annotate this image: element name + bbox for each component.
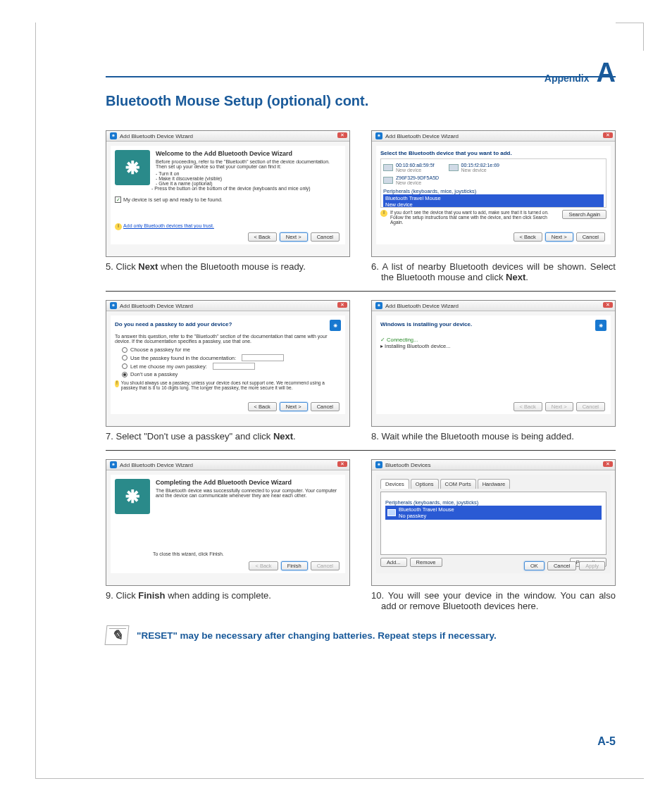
note-icon: ✎ xyxy=(105,625,130,645)
bluetooth-icon: ⁕ xyxy=(110,461,117,468)
progress-installing: ▸ Installing Bluetooth device... xyxy=(380,343,606,349)
cancel-button[interactable]: Cancel xyxy=(576,232,605,242)
separator xyxy=(106,291,616,292)
close-icon[interactable]: ✕ xyxy=(603,302,613,308)
trust-link[interactable]: Add only Bluetooth devices that you trus… xyxy=(123,223,214,228)
radio-use-documentation[interactable]: Use the passkey found in the documentati… xyxy=(122,354,341,361)
caption-bold: Next xyxy=(506,272,525,282)
device-name: 00:10:60:a8:59:5f xyxy=(396,163,435,168)
search-again-button[interactable]: Search Again xyxy=(562,210,606,219)
passkey-input[interactable] xyxy=(242,354,284,361)
computer-icon xyxy=(383,164,393,171)
step-8: ⁕ Add Bluetooth Device Wizard ✕ Windows … xyxy=(371,300,616,442)
device-item[interactable]: 00:10:60:a8:59:5fNew device xyxy=(383,163,435,173)
back-button[interactable]: < Back xyxy=(248,232,277,242)
caption-9: 9. Click Finish when adding is complete. xyxy=(106,590,350,601)
back-button[interactable]: < Back xyxy=(514,232,542,242)
tab-options[interactable]: Options xyxy=(411,479,439,489)
bluetooth-icon: ⁕ xyxy=(595,320,606,331)
device-group-header: Peripherals (keyboards, mice, joysticks) xyxy=(385,499,602,506)
next-button[interactable]: Next > xyxy=(545,232,573,242)
page-corner xyxy=(616,23,644,51)
caption-text: . xyxy=(525,272,528,282)
dialog-title-text: Add Bluetooth Device Wizard xyxy=(385,133,459,139)
device-name: Bluetooth Travel Mouse xyxy=(385,195,441,201)
caption-text: Select "Don't use a passkey" and click xyxy=(116,431,273,442)
step-9: ⁕ Add Bluetooth Device Wizard ✕ ⁕ Comple… xyxy=(106,459,350,611)
caption-number: 10. xyxy=(371,590,384,601)
caption-number: 9. xyxy=(106,590,113,601)
dialog-titlebar: ⁕ Bluetooth Devices ✕ xyxy=(372,460,615,470)
caption-bold: Finish xyxy=(138,590,165,601)
cancel-button[interactable]: Cancel xyxy=(311,402,340,411)
radio-choose-for-me[interactable]: Choose a passkey for me xyxy=(122,346,341,353)
bluetooth-logo: ⁕ xyxy=(115,479,150,514)
ready-checkbox[interactable]: ✓ xyxy=(115,196,121,203)
step-10: ⁕ Bluetooth Devices ✕ Devices Options CO… xyxy=(371,459,616,611)
page-content: Appendix A Bluetooth Mouse Setup (option… xyxy=(106,59,616,645)
close-icon[interactable]: ✕ xyxy=(337,302,347,308)
bullet: - Press the button on the bottom of the … xyxy=(151,186,341,191)
tab-devices[interactable]: Devices xyxy=(380,479,409,489)
back-button[interactable]: < Back xyxy=(248,402,277,411)
dialog-body: Select the Bluetooth device that you wan… xyxy=(376,146,611,244)
caption-text: You will see your device in the window. … xyxy=(381,590,616,611)
device-item-selected[interactable]: Bluetooth Travel Mouse No passkey xyxy=(385,506,602,520)
note-text: "RESET" may be necessary after changing … xyxy=(137,630,497,641)
bluetooth-icon: ⁕ xyxy=(110,132,117,139)
device-item[interactable]: Z96F329-9DF5A5DNew device xyxy=(383,175,604,185)
finish-button[interactable]: Finish xyxy=(281,561,308,570)
close-icon[interactable]: ✕ xyxy=(603,461,613,467)
step-7: ⁕ Add Bluetooth Device Wizard ✕ Do you n… xyxy=(106,300,350,442)
cancel-button: Cancel xyxy=(576,402,605,411)
tip-text: If you don't see the device that you wan… xyxy=(390,210,559,225)
info-icon: i xyxy=(115,223,122,230)
dialog-button-row: < Back Next > Cancel xyxy=(514,232,605,242)
bluetooth-icon: ⁕ xyxy=(330,320,341,331)
close-icon[interactable]: ✕ xyxy=(337,132,347,138)
device-item[interactable]: 00:15:f2:82:1e:69New device xyxy=(449,163,500,173)
close-icon[interactable]: ✕ xyxy=(603,132,613,138)
dialog-titlebar: ⁕ Add Bluetooth Device Wizard ✕ xyxy=(372,131,615,142)
tab-hardware[interactable]: Hardware xyxy=(478,479,511,489)
dialog-subtitle: Do you need a passkey to add your device… xyxy=(115,321,232,327)
caption-number: 5. xyxy=(106,261,113,272)
warning-icon: ! xyxy=(115,380,119,387)
step-6: ⁕ Add Bluetooth Device Wizard ✕ Select t… xyxy=(371,130,616,282)
device-sub: No passkey xyxy=(399,513,426,519)
next-button[interactable]: Next > xyxy=(280,232,308,242)
cancel-button[interactable]: Cancel xyxy=(547,561,576,570)
caption-6: 6. A list of nearby Bluetooth devices wi… xyxy=(371,261,616,282)
progress-connecting: ✓ Connecting... xyxy=(380,337,606,343)
apply-button: Apply xyxy=(579,561,605,570)
device-group-header: Peripherals (keyboards, mice, joysticks) xyxy=(383,188,604,194)
passkey-input[interactable] xyxy=(213,363,255,370)
dialog-passkey: ⁕ Add Bluetooth Device Wizard ✕ Do you n… xyxy=(106,300,350,427)
ok-button[interactable]: OK xyxy=(524,561,545,570)
dialog-body: Windows is installing your device. ⁕ ✓ C… xyxy=(376,315,611,414)
cancel-button[interactable]: Cancel xyxy=(311,232,340,242)
radio-dont-use[interactable]: Don't use a passkey xyxy=(122,371,341,377)
dialog-title-text: Add Bluetooth Device Wizard xyxy=(120,303,193,309)
computer-icon xyxy=(383,177,393,184)
dialog-button-row: < Back Next > Cancel xyxy=(514,402,605,411)
device-name: Z96F329-9DF5A5D xyxy=(396,175,439,180)
device-sub: New device xyxy=(396,180,421,185)
caption-text: Wait while the Bluetooth mouse is being … xyxy=(381,431,573,442)
steps-grid: ⁕ Add Bluetooth Device Wizard ✕ ⁕ Welcom… xyxy=(106,130,616,611)
close-instruction: To close this wizard, click Finish. xyxy=(153,551,224,556)
passkey-warning: You should always use a passkey, unless … xyxy=(121,380,341,390)
caption-text: when adding is complete. xyxy=(166,590,271,601)
close-icon[interactable]: ✕ xyxy=(337,461,347,467)
add-button[interactable]: Add... xyxy=(380,558,407,567)
radio-choose-own[interactable]: Let me choose my own passkey: xyxy=(122,363,341,370)
next-button[interactable]: Next > xyxy=(280,402,308,411)
tab-com-ports[interactable]: COM Ports xyxy=(440,479,476,489)
device-item-selected[interactable]: Bluetooth Travel Mouse New device xyxy=(383,194,604,208)
device-sub: New device xyxy=(396,168,421,173)
dialog-installing: ⁕ Add Bluetooth Device Wizard ✕ Windows … xyxy=(371,300,616,427)
dialog-body: ⁕ Completing the Add Bluetooth Device Wi… xyxy=(111,475,345,573)
remove-button[interactable]: Remove xyxy=(410,558,442,567)
caption-10: 10. You will see your device in the wind… xyxy=(371,590,616,611)
mouse-icon xyxy=(387,509,396,516)
